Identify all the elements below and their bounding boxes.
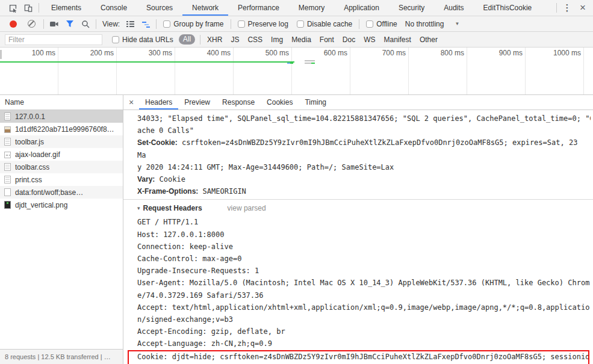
filter-type[interactable]: Media (291, 35, 311, 44)
group-by-frame-label: Group by frame (173, 20, 223, 28)
name-column-header[interactable]: Name (0, 95, 123, 110)
timeline-tick: 1000 ms (526, 48, 584, 94)
request-row[interactable]: data:font/woff;base… (0, 186, 123, 199)
timeline-tick: 200 ms (58, 48, 117, 94)
timeline-tick: 100 ms (0, 48, 58, 94)
record-network-log-button[interactable] (10, 20, 17, 28)
divider (43, 19, 44, 29)
main-tab[interactable]: EditThisCookie (474, 0, 542, 16)
search-icon[interactable] (78, 17, 93, 31)
clear-icon[interactable] (28, 20, 36, 28)
request-row[interactable]: djdt_vertical.png (0, 199, 123, 211)
throttling-select[interactable]: No throttling (405, 20, 444, 28)
request-details-pane: × HeadersPreviewResponseCookiesTiming 34… (123, 95, 593, 364)
filter-type[interactable]: XHR (207, 35, 222, 44)
triangle-down-icon[interactable]: ▾ (137, 205, 140, 211)
request-name: data:font/woff;base… (15, 188, 83, 197)
filter-type[interactable]: JS (231, 35, 239, 44)
request-row[interactable]: print.css (0, 173, 123, 186)
main-tab[interactable]: Memory (289, 0, 334, 16)
disable-cache-checkbox[interactable]: Disable cache (297, 20, 352, 28)
filter-type[interactable]: WS (364, 35, 375, 44)
request-list-empty-space (0, 211, 123, 349)
divider (156, 19, 157, 29)
filter-bar: Hide data URLs All XHRJSCSSImgMediaFontD… (0, 32, 593, 48)
filter-input[interactable] (5, 34, 102, 45)
hide-data-urls-checkbox[interactable]: Hide data URLs (112, 35, 173, 44)
request-header-line: Host: 127.0.0.1:8000 (137, 229, 591, 241)
response-header-line: X-Frame-Options: SAMEORIGIN (137, 185, 591, 197)
filter-type[interactable]: Doc (343, 35, 355, 44)
cookie-highlight-line: Cookie: djdt=hide; csrftoken=z4sDnWBZDz5… (137, 351, 588, 363)
main-tab[interactable]: Sources (137, 0, 182, 16)
details-tab[interactable]: Cookies (261, 95, 299, 110)
request-headers-section: ▾ Request Headers view parsed (137, 200, 591, 216)
details-tab[interactable]: Timing (299, 95, 332, 110)
checkbox-box (163, 20, 170, 28)
request-row[interactable]: toolbar.css (0, 161, 123, 173)
panel-tabs: ElementsConsoleSourcesNetworkPerformance… (42, 0, 541, 16)
resource-type-filters: XHRJSCSSImgMediaFontDocWSManifestOther (203, 35, 442, 44)
timeline-tick: 500 ms (234, 48, 292, 94)
request-header-line: Connection: keep-alive (137, 241, 591, 253)
filter-type[interactable]: Manifest (384, 35, 411, 44)
header-value: csrftoken=z4sDnWBZDz5Y9zIvr0mI9hJBmCciPu… (137, 138, 577, 171)
close-devtools-icon[interactable]: × (575, 1, 591, 15)
details-tab[interactable]: Preview (178, 95, 216, 110)
request-row[interactable]: 127.0.0.1 (0, 110, 123, 123)
main-tab[interactable]: Performance (228, 0, 289, 16)
filter-type[interactable]: CSS (247, 35, 262, 44)
request-header-line: e/74.0.3729.169 Safari/537.36 (137, 289, 591, 301)
filter-type[interactable]: Other (420, 35, 438, 44)
request-name: print.css (15, 176, 42, 184)
view-parsed-link[interactable]: view parsed (228, 204, 266, 212)
network-overview[interactable]: 100 ms200 ms300 ms400 ms500 ms600 ms700 … (0, 48, 593, 95)
main-tab[interactable]: Audits (434, 0, 473, 16)
request-row[interactable]: ajax-loader.gif (0, 148, 123, 161)
request-row[interactable]: 1d1df6220ab711e9996760f8… (0, 123, 123, 135)
main-tab[interactable]: Console (91, 0, 137, 16)
details-tab[interactable]: Response (216, 95, 261, 110)
divider (96, 19, 96, 29)
divider (200, 35, 200, 45)
filter-type[interactable]: Img (271, 35, 283, 44)
large-rows-view-icon[interactable] (122, 17, 138, 31)
request-header-line: GET / HTTP/1.1 (137, 216, 591, 228)
more-options-icon[interactable]: ⋮ (559, 1, 575, 15)
request-headers-title[interactable]: Request Headers (143, 204, 202, 212)
response-header-line: Vary: Cookie (137, 173, 591, 185)
main-tab[interactable]: Network (182, 0, 228, 16)
network-main: Name 127.0.0.1 1d1df6220ab711e9996760f8… (0, 95, 593, 364)
response-header-tail: 34033; "Elapsed time", SQLPanel_sql_time… (137, 113, 591, 137)
preserve-log-checkbox[interactable]: Preserve log (238, 20, 288, 28)
request-header-line: Cache-Control: max-age=0 (137, 253, 591, 265)
close-details-icon[interactable]: × (123, 97, 139, 107)
response-headers: Set-Cookie: csrftoken=z4sDnWBZDz5Y9zIvr0… (137, 137, 591, 197)
timeline-tick: 400 ms (175, 48, 234, 94)
offline-checkbox[interactable]: Offline (366, 20, 397, 28)
hide-data-urls-label: Hide data URLs (122, 35, 173, 44)
headers-content[interactable]: 34033; "Elapsed time", SQLPanel_sql_time… (123, 110, 593, 364)
details-tab[interactable]: Headers (139, 95, 178, 110)
request-name: toolbar.css (15, 163, 49, 171)
header-value: SAMEORIGIN (203, 187, 246, 196)
filter-type-all[interactable]: All (179, 34, 195, 45)
preserve-log-label: Preserve log (248, 20, 288, 28)
filter-type[interactable]: Font (320, 35, 334, 44)
main-tab[interactable]: Elements (42, 0, 91, 16)
filter-icon[interactable] (62, 17, 78, 31)
header-value: Cookie (160, 175, 185, 184)
group-by-frame-checkbox[interactable]: Group by frame (163, 20, 223, 28)
main-tab[interactable]: Security (389, 0, 434, 16)
main-tab-bar: ElementsConsoleSourcesNetworkPerformance… (0, 0, 593, 16)
inspect-element-icon[interactable] (5, 1, 20, 15)
chevron-down-icon[interactable]: ▼ (455, 21, 459, 26)
request-rows: 127.0.0.1 1d1df6220ab711e9996760f8… tool… (0, 110, 123, 211)
overview-waterfall-icon[interactable] (138, 17, 154, 31)
network-toolbar: View: Group by frame Preserve log Disabl… (0, 16, 593, 32)
request-row[interactable]: toolbar.js (0, 135, 123, 148)
capture-screenshots-icon[interactable] (46, 17, 62, 31)
device-toolbar-icon[interactable] (20, 1, 36, 15)
main-tab[interactable]: Application (334, 0, 389, 16)
cookie-highlight-box: Cookie: djdt=hide; csrftoken=z4sDnWBZDz5… (128, 350, 589, 364)
